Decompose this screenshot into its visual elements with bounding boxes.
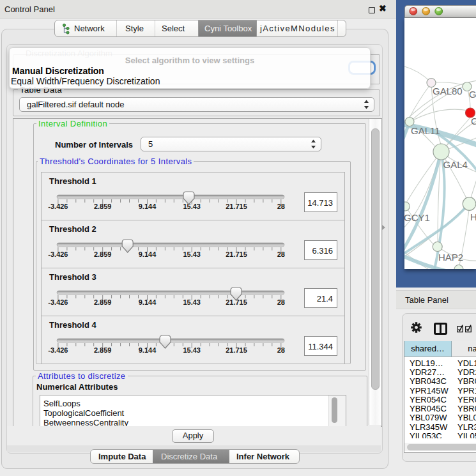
svg-text:GAL11: GAL11: [411, 125, 440, 136]
svg-text:15.43: 15.43: [183, 298, 201, 306]
svg-text:9.144: 9.144: [139, 203, 157, 210]
svg-text:9.144: 9.144: [139, 298, 157, 306]
svg-text:28: 28: [277, 298, 285, 306]
svg-text:GAL80: GAL80: [433, 85, 463, 96]
svg-text:28: 28: [277, 346, 285, 354]
svg-text:GCY1: GCY1: [404, 212, 430, 223]
svg-text:21.715: 21.715: [226, 250, 247, 258]
svg-text:2.859: 2.859: [94, 346, 112, 354]
svg-text:28: 28: [277, 250, 285, 258]
svg-text:15.43: 15.43: [183, 203, 201, 210]
svg-text:HAP2: HAP2: [438, 252, 463, 263]
svg-text:15.43: 15.43: [183, 250, 201, 258]
svg-text:2.859: 2.859: [94, 203, 112, 210]
svg-text:21.715: 21.715: [226, 203, 247, 210]
svg-text:H: H: [470, 211, 476, 222]
svg-text:2.859: 2.859: [94, 298, 112, 306]
svg-text:C: C: [471, 115, 476, 126]
svg-text:-3.426: -3.426: [48, 250, 68, 258]
svg-text:-3.426: -3.426: [48, 298, 68, 306]
svg-text:GA: GA: [469, 89, 476, 100]
svg-text:-3.426: -3.426: [48, 203, 68, 210]
svg-text:15.43: 15.43: [183, 346, 201, 354]
svg-text:-3.426: -3.426: [48, 346, 68, 354]
svg-text:9.144: 9.144: [139, 346, 157, 354]
svg-text:28: 28: [277, 203, 285, 210]
svg-text:21.715: 21.715: [226, 346, 247, 354]
svg-text:9.144: 9.144: [139, 250, 157, 258]
svg-text:GAL4: GAL4: [443, 159, 468, 170]
svg-text:2.859: 2.859: [94, 250, 112, 258]
